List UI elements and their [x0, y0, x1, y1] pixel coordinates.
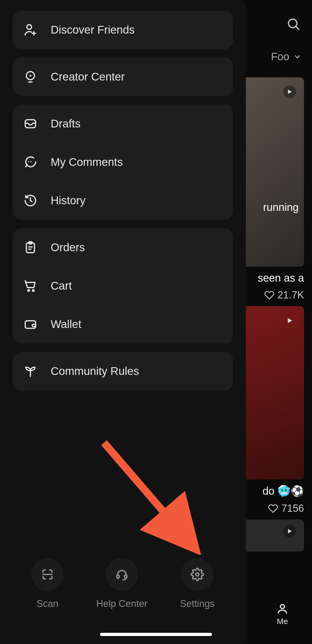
menu-item-wallet[interactable]: Wallet — [13, 305, 233, 343]
menu-item-label: Orders — [51, 241, 85, 254]
play-icon — [283, 314, 296, 327]
feed-tab-label: Foo — [271, 51, 289, 63]
menu-item-label: My Comments — [51, 156, 123, 169]
bottom-action-settings[interactable]: Settings — [180, 558, 215, 609]
menu-item-label: Community Rules — [51, 365, 139, 378]
menu-item-label: Wallet — [51, 318, 81, 331]
svg-marker-3 — [288, 318, 292, 323]
search-icon[interactable] — [285, 16, 301, 32]
video-card[interactable]: running — [240, 77, 304, 267]
video-caption-partial: do 🥶⚽ — [262, 485, 304, 497]
video-card[interactable] — [240, 306, 304, 479]
heart-icon — [268, 503, 278, 514]
play-icon — [283, 525, 296, 538]
menu-item-label: Cart — [51, 279, 72, 292]
svg-point-13 — [30, 161, 31, 162]
user-plus-icon — [23, 22, 38, 37]
nav-tab-me[interactable]: Me — [276, 602, 289, 626]
bulb-icon — [23, 69, 38, 84]
bottom-action-label: Scan — [37, 598, 58, 609]
svg-marker-4 — [288, 529, 292, 533]
home-indicator[interactable] — [100, 633, 212, 636]
side-drawer: Discover Friends Creator Center Drafts M… — [0, 0, 246, 644]
svg-rect-22 — [117, 575, 119, 578]
video-caption-partial: running — [263, 201, 299, 213]
svg-line-1 — [296, 27, 299, 29]
svg-point-18 — [28, 290, 30, 291]
headset-icon — [115, 568, 129, 581]
inbox-icon — [23, 116, 38, 131]
nav-tab-me-label: Me — [277, 617, 288, 626]
wallet-icon — [23, 317, 38, 332]
feed-tab-partial[interactable]: Foo — [271, 51, 301, 63]
comment-icon — [23, 155, 38, 170]
menu-item-label: Creator Center — [51, 70, 125, 83]
heart-icon — [264, 290, 274, 300]
clipboard-icon — [23, 240, 38, 255]
bottom-action-scan[interactable]: Scan — [31, 558, 64, 609]
cart-icon — [23, 278, 38, 293]
play-icon — [283, 85, 296, 98]
menu-item-discover-friends[interactable]: Discover Friends — [13, 11, 233, 49]
like-count: 21.7K — [278, 289, 304, 301]
menu-item-orders[interactable]: Orders — [13, 228, 233, 267]
svg-point-19 — [33, 290, 34, 291]
menu-item-label: Discover Friends — [51, 23, 135, 36]
bottom-action-label: Settings — [180, 598, 215, 609]
sprout-icon — [23, 364, 38, 379]
gear-icon — [191, 568, 204, 581]
svg-point-5 — [280, 605, 284, 609]
person-icon — [276, 602, 289, 615]
menu-item-history[interactable]: History — [13, 181, 233, 220]
scan-icon — [41, 568, 54, 581]
svg-point-6 — [27, 25, 31, 29]
like-count: 7156 — [281, 503, 304, 514]
svg-point-24 — [196, 573, 199, 576]
bottom-action-help-center[interactable]: Help Center — [96, 558, 147, 609]
svg-point-12 — [28, 161, 29, 162]
menu-item-community-rules[interactable]: Community Rules — [13, 352, 233, 390]
menu-item-label: Drafts — [51, 117, 81, 130]
menu-item-creator-center[interactable]: Creator Center — [13, 58, 233, 96]
menu-item-label: History — [51, 194, 86, 207]
video-caption-partial: seen as a — [258, 272, 304, 284]
menu-item-my-comments[interactable]: My Comments — [13, 143, 233, 181]
video-card[interactable] — [240, 519, 304, 551]
history-icon — [23, 193, 38, 208]
menu-item-cart[interactable]: Cart — [13, 267, 233, 305]
menu-item-drafts[interactable]: Drafts — [13, 105, 233, 143]
chevron-down-icon — [293, 53, 301, 61]
bottom-action-label: Help Center — [96, 598, 147, 609]
svg-marker-2 — [288, 90, 292, 94]
